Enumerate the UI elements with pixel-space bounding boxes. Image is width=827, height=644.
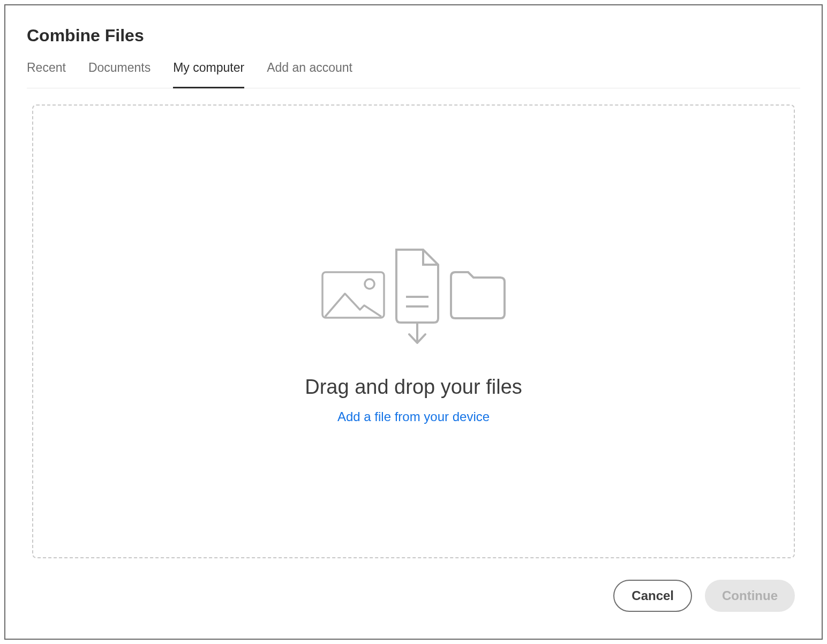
- tabs-bar: Recent Documents My computer Add an acco…: [27, 61, 800, 88]
- dialog-title: Combine Files: [27, 26, 800, 46]
- dialog-footer: Cancel Continue: [5, 558, 822, 639]
- dialog-header: Combine Files: [5, 5, 822, 61]
- drop-illustration: [306, 239, 521, 346]
- cancel-button[interactable]: Cancel: [613, 580, 692, 612]
- file-drop-area[interactable]: Drag and drop your files Add a file from…: [32, 104, 795, 558]
- tab-recent[interactable]: Recent: [27, 61, 66, 88]
- combine-files-dialog: Combine Files Recent Documents My comput…: [4, 4, 823, 640]
- add-file-link[interactable]: Add a file from your device: [337, 409, 490, 424]
- svg-point-1: [365, 279, 374, 289]
- drop-area-title: Drag and drop your files: [305, 376, 522, 399]
- files-illustration-icon: [306, 239, 521, 346]
- tab-add-account[interactable]: Add an account: [267, 61, 352, 88]
- svg-rect-0: [322, 272, 384, 318]
- tab-my-computer[interactable]: My computer: [173, 61, 244, 88]
- continue-button[interactable]: Continue: [705, 580, 795, 612]
- tab-documents[interactable]: Documents: [88, 61, 151, 88]
